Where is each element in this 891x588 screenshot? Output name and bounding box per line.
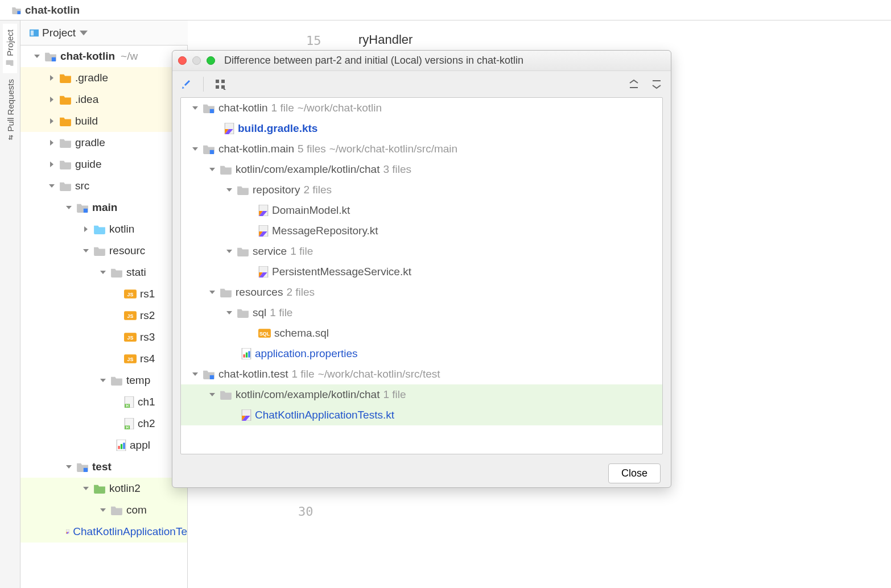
breadcrumb-project[interactable]: chat-kotlin [25, 4, 80, 16]
expand-toggle[interactable] [48, 74, 56, 82]
diff-file-row[interactable]: MessageRepository.kt [181, 221, 662, 241]
tree-item[interactable]: rs3 [20, 326, 187, 348]
expand-toggle[interactable] [99, 506, 107, 514]
tree-item[interactable]: rs1 [20, 283, 187, 305]
folder-icon [237, 246, 249, 256]
folder-icon [59, 116, 72, 126]
pull-requests-tool-tab[interactable]: ⇆ Pull Requests [3, 73, 18, 146]
row-meta: 1 file [270, 307, 292, 319]
module-folder-icon [203, 144, 215, 154]
minimize-window-button[interactable] [192, 56, 201, 65]
project-tree[interactable]: chat-kotlin ~/w .gradle .idea build grad… [20, 45, 188, 588]
diff-folder-row[interactable]: service1 file [181, 241, 662, 262]
tree-label: com [126, 504, 147, 516]
expand-toggle[interactable] [48, 96, 56, 103]
expand-toggle[interactable] [82, 485, 90, 492]
row-name: sql [253, 307, 266, 319]
tree-item[interactable]: guide [20, 154, 187, 175]
row-name: chat-kotlin.main [218, 143, 294, 155]
show-diff-button[interactable] [180, 78, 193, 90]
tree-item[interactable]: kotlin2 [20, 478, 187, 499]
tree-item[interactable]: .idea [20, 89, 187, 110]
expand-toggle[interactable] [225, 186, 233, 194]
tree-root-path: ~/w [121, 50, 138, 63]
collapse-all-icon [651, 78, 662, 90]
expand-toggle[interactable] [208, 288, 216, 296]
group-by-button[interactable] [214, 78, 226, 90]
expand-toggle[interactable] [99, 268, 107, 276]
tree-item[interactable]: rs4 [20, 348, 187, 370]
diff-file-row[interactable]: ChatKotlinApplicationTests.kt [181, 405, 662, 425]
diff-module-row[interactable]: chat-kotlin.main5 files~/work/chat-kotli… [181, 139, 662, 159]
dialog-titlebar[interactable]: Difference between part-2 and initial (L… [172, 51, 671, 71]
collapse-all-button[interactable] [650, 78, 663, 90]
diff-file-row[interactable]: schema.sql [181, 323, 662, 343]
diff-folder-row[interactable]: sql1 file [181, 303, 662, 323]
expand-toggle[interactable] [65, 204, 73, 212]
tree-item[interactable]: gradle [20, 132, 187, 154]
diff-folder-row[interactable]: kotlin/com/example/kotlin/chat3 files [181, 159, 662, 180]
tree-item[interactable]: stati [20, 262, 187, 283]
expand-toggle[interactable] [33, 52, 41, 60]
project-tool-tab[interactable]: Project [3, 24, 17, 73]
tree-item[interactable]: appl [20, 434, 187, 456]
module-folder-icon [11, 6, 22, 14]
row-name: MessageRepository.kt [272, 225, 378, 237]
tree-label: .idea [75, 93, 98, 106]
diff-folder-row[interactable]: repository2 files [181, 180, 662, 200]
tree-item[interactable]: build [20, 110, 187, 132]
diff-file-row[interactable]: build.gradle.kts [181, 118, 662, 139]
tree-item[interactable]: kotlin [20, 218, 187, 240]
expand-toggle[interactable] [191, 370, 199, 378]
properties-file-icon [116, 440, 126, 451]
tree-item[interactable]: temp [20, 370, 187, 391]
diff-module-row[interactable]: chat-kotlin.test1 file~/work/chat-kotlin… [181, 364, 662, 384]
tree-label: rs3 [140, 331, 155, 343]
expand-toggle[interactable] [208, 165, 216, 173]
expand-toggle[interactable] [48, 182, 56, 190]
tree-item[interactable]: ch2 [20, 413, 187, 434]
tree-label: build [75, 115, 98, 127]
zoom-window-button[interactable] [207, 56, 215, 65]
expand-toggle[interactable] [225, 247, 233, 255]
expand-toggle[interactable] [82, 247, 90, 255]
row-name: build.gradle.kts [238, 122, 317, 135]
tree-item[interactable]: src [20, 175, 187, 197]
tree-root-label: chat-kotlin [60, 50, 115, 63]
row-name: kotlin/com/example/kotlin/chat [236, 388, 380, 401]
diff-file-row[interactable]: DomainModel.kt [181, 200, 662, 221]
expand-all-button[interactable] [628, 78, 640, 90]
expand-toggle[interactable] [225, 309, 233, 317]
tree-item[interactable]: ChatKotlinApplicationTe [20, 521, 187, 543]
expand-toggle[interactable] [208, 391, 216, 399]
diff-folder-row[interactable]: kotlin/com/example/kotlin/chat1 file [181, 384, 662, 405]
expand-toggle[interactable] [48, 139, 56, 147]
close-window-button[interactable] [178, 56, 187, 65]
folder-icon [59, 181, 72, 191]
tree-item[interactable]: .gradle [20, 67, 187, 89]
tree-item[interactable]: resourc [20, 240, 187, 262]
expand-toggle[interactable] [191, 104, 199, 112]
expand-toggle[interactable] [65, 463, 73, 471]
tree-item[interactable]: test [20, 456, 187, 478]
expand-toggle[interactable] [48, 117, 56, 125]
tree-item[interactable]: main [20, 197, 187, 218]
tree-item[interactable]: ch1 [20, 391, 187, 413]
project-view-combo[interactable]: Project [26, 26, 92, 40]
expand-toggle[interactable] [99, 376, 107, 384]
tree-root[interactable]: chat-kotlin ~/w [20, 45, 187, 67]
tree-item[interactable]: com [20, 499, 187, 521]
diff-folder-row[interactable]: resources2 files [181, 282, 662, 303]
separator [203, 77, 204, 92]
properties-file-icon [241, 348, 251, 359]
diff-file-row[interactable]: application.properties [181, 343, 662, 364]
diff-module-row[interactable]: chat-kotlin1 file~/work/chat-kotlin [181, 98, 662, 118]
tree-item[interactable]: rs2 [20, 305, 187, 326]
expand-toggle[interactable] [191, 145, 199, 153]
module-folder-icon [203, 103, 215, 113]
close-button[interactable]: Close [608, 463, 661, 483]
diff-file-row[interactable]: PersistentMessageService.kt [181, 262, 662, 282]
dialog-tree[interactable]: chat-kotlin1 file~/work/chat-kotlin buil… [180, 97, 663, 454]
expand-toggle[interactable] [82, 225, 90, 233]
expand-toggle[interactable] [48, 160, 56, 168]
